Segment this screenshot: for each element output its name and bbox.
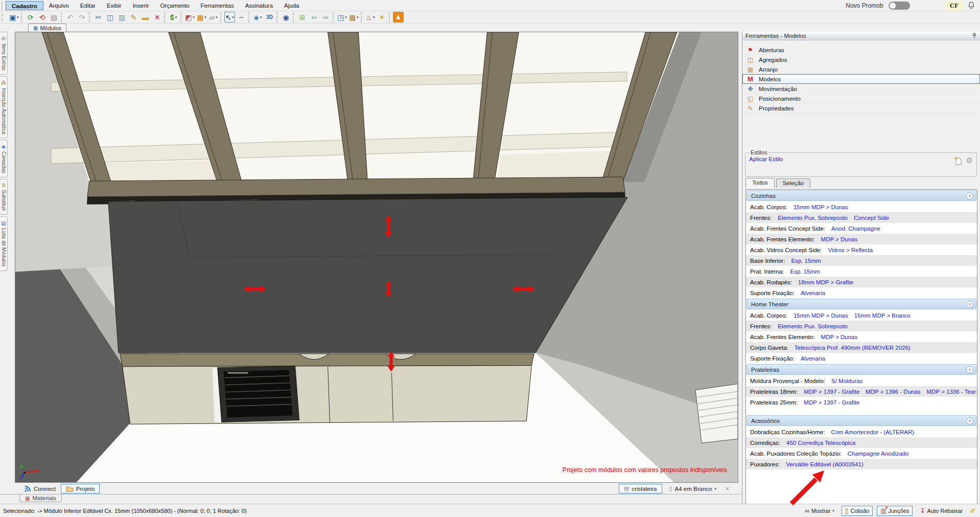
paint-roller-icon[interactable]: ▬ [140,12,151,23]
dropdown-arrow[interactable]: ▾ [175,15,177,19]
dropdown-arrow[interactable]: ▾ [714,487,716,491]
avatar-icon[interactable]: ♟ [393,12,404,23]
camera-view-icon[interactable]: ◳▾ [337,12,347,23]
colisao-toggle-button[interactable]: ▯ Colisão [842,506,873,516]
publish-icon[interactable]: ⟲ [37,12,48,23]
sidebar-tab-itens-extras[interactable]: ✇Itens Extras [0,32,8,75]
new-style-icon[interactable] [954,156,962,165]
redo-icon[interactable]: ↷ [77,12,87,23]
style-value-link[interactable]: 15mm MDP > Branco [854,312,911,319]
style-value-link[interactable]: Esp. 15mm [791,258,821,264]
style-value-link[interactable]: Alvenaria [801,355,825,362]
dropdown-arrow[interactable]: ▾ [216,15,218,19]
style-value-link[interactable]: Concept Side [854,215,889,221]
dropdown-arrow[interactable]: ▾ [204,15,206,19]
paint-brush-icon[interactable]: ✎ [128,12,139,23]
tool-item-propriedades[interactable]: ✎Propriedades [742,103,980,113]
menu-item-assinatura[interactable]: Assinatura [240,1,278,10]
style-value-link[interactable]: MDP > 1397 - Grafite [804,389,859,395]
wand-icon[interactable]: ✐ [970,507,976,515]
style-value-link[interactable]: 450 Corrediça Telescópica [786,440,855,446]
collapse-icon[interactable]: « [966,366,973,373]
sidebar-tab-camadas[interactable]: ◈Camadas [0,140,8,177]
menu-item-editar[interactable]: Editar [75,1,101,10]
tool-item-modelos[interactable]: MModelos [742,74,980,84]
sidebar-tab-lista-de-modulos[interactable]: ▤Lista de Módulos [0,216,8,271]
dropdown-arrow[interactable]: ▾ [193,15,195,19]
tool-item-aberturas[interactable]: ⚑Aberturas [742,45,980,55]
walkthrough-forward-icon[interactable]: ⇨ [320,12,331,23]
close-icon[interactable]: × [724,485,731,492]
select-cursor-icon[interactable]: ↖▾ [224,12,235,23]
style-value-link[interactable]: MDP > Dunas [821,334,858,340]
tab-projeto[interactable]: Projeto [61,484,100,493]
user-initials-badge[interactable]: CF [946,1,963,11]
measure-icon[interactable]: ┅ [236,12,247,23]
paste-icon[interactable]: ▥ [116,12,127,23]
3d-view-icon[interactable]: 3D [264,12,275,23]
style-group-header-cozinhas[interactable]: Cozinhas« [746,190,976,201]
print-icon[interactable]: ▤ [49,12,59,23]
dropdown-arrow[interactable]: ▾ [357,15,359,19]
style-value-link[interactable]: Versátile Editável (A0003541) [786,461,864,467]
tool-item-arranjo[interactable]: ▦Arranjo [742,64,980,74]
layers-icon[interactable]: ◈▾ [252,12,263,23]
undo-icon[interactable]: ↶ [65,12,76,23]
menu-item-exibir[interactable]: Exibir [101,1,127,10]
draw-shape-icon[interactable]: ▱▾ [208,12,219,23]
tab-cristaleira[interactable]: ▤ cristaleira [619,484,662,493]
show-hidden-icon[interactable]: ⊞ [297,12,308,23]
tool-item-posicionamento[interactable]: ◱Posicionamento [742,94,980,103]
environment-icon[interactable]: ◩▾ [184,12,195,23]
render-icon[interactable]: ♨▾ [365,12,376,23]
budget-icon[interactable]: $▾ [168,12,179,23]
style-value-link[interactable]: Com Amortecedor - (ALTERAR) [831,429,914,435]
menu-item-ajuda[interactable]: Ajuda [278,1,305,10]
style-value-link[interactable]: Anod. Champagne [831,226,880,232]
selected-module-top[interactable] [108,197,627,353]
style-group-header-acessorios[interactable]: Acessórios« [746,415,976,426]
dropdown-arrow[interactable]: ▾ [260,15,262,19]
novo-promob-toggle[interactable] [889,2,910,10]
tab-materiais[interactable]: ▦ Materiais [19,494,62,502]
style-value-link[interactable]: 18mm MDP > Grafite [798,279,853,285]
tab-selecao[interactable]: Seleção [776,178,811,188]
mostrar-dropdown[interactable]: ∞ Mostrar ▾ [802,506,837,515]
juncoes-toggle-button[interactable]: ▥+ Junções [877,506,913,516]
style-value-link[interactable]: Telescópica Prof. 490mm (REMOVER 2026) [795,345,911,351]
tool-item-agregados[interactable]: ◫Agregados [742,55,980,64]
dropdown-arrow[interactable]: ▾ [232,15,235,19]
style-group-header-home-theater[interactable]: Home Theater« [746,299,976,309]
style-group-header-prateleiras[interactable]: Prateleiras« [746,364,976,375]
style-value-link[interactable]: 15mm MDP > Dunas [794,312,848,319]
style-value-link[interactable]: MDP > Dunas [821,236,858,242]
style-value-link[interactable]: S/ Molduras [831,378,862,384]
gear-icon[interactable]: ⚙ [966,156,973,165]
dropdown-arrow[interactable]: ▾ [373,15,375,19]
style-value-link[interactable]: 15mm MDP > Dunas [794,204,848,210]
cut-icon[interactable]: ✂ [93,12,104,23]
lighting-icon[interactable]: ☀ [377,12,387,23]
copy-icon[interactable]: ◫ [105,12,115,23]
modulation-icon[interactable]: ▦▾ [196,12,207,23]
menu-item-cadastro[interactable]: Cadastro [6,1,43,10]
style-value-link[interactable]: Vidros > Reflecta [828,247,873,253]
menu-item-ferramentas[interactable]: Ferramentas [195,1,240,10]
visibility-icon[interactable]: ◉ [281,12,291,23]
style-value-link[interactable]: Alvenaria [801,290,825,296]
dropdown-arrow[interactable]: ▾ [345,15,347,19]
style-value-link[interactable]: Elemento Pux. Sobreposto [778,215,848,221]
style-value-link[interactable]: Esp. 15mm [790,268,820,275]
tool-item-movimentacao[interactable]: ✥Movimentação [742,84,980,94]
paper-size-select[interactable]: ▯ A4 em Branco ▾ [664,484,721,493]
pin-icon[interactable] [972,33,977,39]
dropdown-arrow[interactable]: ▾ [17,15,19,19]
notification-bell-icon[interactable] [968,2,975,9]
style-value-link[interactable]: Champagne Anodizado [848,451,909,457]
style-value-link[interactable]: MDP > 1396 - Dunas [866,389,921,395]
menu-item-inserir[interactable]: Inserir [127,1,155,10]
menu-item-arquivo[interactable]: Arquivo [43,1,75,10]
style-value-link[interactable]: MDP > 1397 - Grafite [804,399,859,406]
auto-rebaixar-button[interactable]: ↧ Auto Rebaixar [917,506,966,515]
walkthrough-back-icon[interactable]: ⇦ [309,12,319,23]
